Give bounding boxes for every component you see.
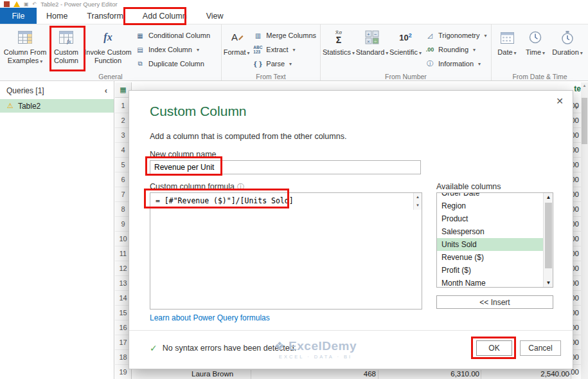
available-column-item[interactable]: Revenue ($): [437, 251, 543, 264]
watermark-name: ExcelDemy: [289, 339, 357, 353]
dropdown-caret: ▾: [247, 50, 250, 56]
grid-cell-units[interactable]: 468: [347, 370, 376, 378]
duplicate-column-button[interactable]: ⧉ Duplicate Column: [132, 57, 213, 70]
grid-cell-profit[interactable]: 2,540.00: [533, 370, 569, 378]
watermark-tagline: EXCEL · DATA · BI: [279, 354, 352, 360]
undo-icon[interactable]: ↶: [33, 1, 37, 7]
ribbon-group-general: Column From Examples▾ fx Custom Column f…: [0, 24, 222, 80]
invoke-custom-function-button[interactable]: fx Invoke Custom Function: [84, 26, 132, 72]
ribbon-group-from-number: X̄σΣ Statistics▾ +−×÷ Standard▾ 102 Scie…: [321, 24, 492, 80]
available-columns-items: Order DateRegionProductSalespersonUnits …: [437, 192, 553, 288]
custom-column-icon: fx: [58, 28, 74, 46]
scrollbar-thumb[interactable]: [582, 98, 587, 144]
available-column-item[interactable]: Order Date: [437, 192, 543, 199]
app-icon: [4, 1, 10, 7]
column-filter-icon[interactable]: ▼: [574, 105, 579, 111]
tab-transform[interactable]: Transform: [77, 8, 133, 24]
statistics-icon: X̄σΣ: [335, 28, 342, 46]
insert-button[interactable]: << Insert: [436, 295, 553, 309]
rounding-button[interactable]: .00 Rounding ▾: [422, 43, 489, 56]
general-small-buttons: ▦ Conditional Column ▤ Index Column ▾ ⧉ …: [132, 26, 213, 70]
scientific-icon: 102: [399, 28, 411, 46]
gridline: [571, 370, 571, 379]
scroll-up-icon[interactable]: ▲: [581, 82, 588, 89]
group-label-from-text: From Text: [223, 72, 319, 82]
information-icon: ⓘ: [425, 59, 435, 68]
grid-cell-salesperson[interactable]: Laura Brown: [192, 370, 233, 378]
scroll-up-icon[interactable]: ▲: [544, 194, 553, 200]
tab-view[interactable]: View: [197, 8, 233, 24]
information-button[interactable]: ⓘ Information ▾: [422, 57, 489, 70]
index-column-icon: ▤: [135, 46, 145, 53]
tab-add-column[interactable]: Add Column: [133, 8, 197, 24]
cancel-button[interactable]: Cancel: [520, 340, 561, 356]
merge-columns-button[interactable]: ▥ Merge Columns: [250, 29, 319, 42]
available-column-item[interactable]: Month Name: [437, 277, 543, 288]
svg-text:÷: ÷: [374, 39, 377, 44]
trigonometry-button[interactable]: ◿ Trigonometry ▾: [422, 29, 489, 42]
scroll-down-icon[interactable]: ▼: [544, 280, 553, 286]
formula-editor[interactable]: = [#"Revenue ($)"]/[Units Sold] ▲▼: [150, 192, 422, 310]
statistics-button[interactable]: X̄σΣ Statistics▾: [322, 26, 355, 72]
column-from-examples-button[interactable]: Column From Examples▾: [1, 26, 49, 72]
scientific-button[interactable]: 102 Scientific▾: [389, 26, 422, 72]
info-icon[interactable]: ⓘ: [237, 183, 244, 190]
tab-file[interactable]: File: [0, 8, 37, 24]
table-examples-icon: [17, 28, 33, 46]
parse-button[interactable]: ❴❵ Parse ▾: [250, 57, 319, 70]
abc-123-icon: ABC123: [253, 45, 263, 54]
svg-text:fx: fx: [67, 38, 71, 44]
ribbon: Column From Examples▾ fx Custom Column f…: [0, 24, 588, 81]
scrollbar-thumb[interactable]: [545, 203, 552, 268]
ok-button[interactable]: OK: [476, 340, 512, 356]
dropdown-caret: ▾: [473, 47, 476, 53]
standard-button[interactable]: +−×÷ Standard▾: [355, 26, 389, 72]
available-columns-list: Order DateRegionProductSalespersonUnits …: [436, 192, 553, 288]
formula-label: Custom column formulaⓘ: [150, 182, 244, 192]
extract-button[interactable]: ABC123 Extract ▾: [250, 43, 319, 56]
dropdown-caret: ▾: [289, 61, 292, 67]
grid-vertical-scrollbar[interactable]: ▲: [581, 82, 588, 379]
new-column-name-input[interactable]: [150, 160, 421, 174]
conditional-column-icon: ▦: [135, 32, 145, 39]
query-item-table2[interactable]: ⚠ Table2: [0, 99, 114, 113]
time-button[interactable]: Time▾: [521, 26, 549, 72]
format-button[interactable]: A Format▾: [223, 26, 250, 72]
grid-cell-revenue[interactable]: 6,310.00: [443, 370, 479, 378]
window-titlebar: ▣ ↶ Table2 - Power Query Editor: [0, 0, 588, 8]
window-title: Table2 - Power Query Editor: [40, 1, 117, 8]
check-icon: ✓: [150, 343, 157, 353]
collapse-pane-icon[interactable]: ‹: [105, 86, 107, 95]
dropdown-caret: ▾: [352, 50, 355, 56]
save-icon[interactable]: ▣: [24, 1, 29, 7]
custom-column-dialog: ✕ Custom Column Add a column that is com…: [129, 90, 573, 369]
close-icon[interactable]: ✕: [556, 96, 564, 106]
duration-button[interactable]: Duration▾: [549, 26, 585, 72]
group-label-from-datetime: From Date & Time: [493, 72, 587, 82]
standard-icon: +−×÷: [365, 28, 379, 46]
clock-icon: [528, 28, 542, 46]
dropdown-caret: ▾: [580, 50, 583, 56]
queries-pane: Queries [1] ‹ ⚠ Table2: [0, 81, 114, 379]
available-column-item[interactable]: Units Sold: [437, 238, 543, 251]
date-button[interactable]: Date▾: [493, 26, 521, 72]
dropdown-caret: ▾: [484, 33, 486, 39]
index-column-button[interactable]: ▤ Index Column ▾: [132, 43, 213, 56]
formula-scrollbar[interactable]: ▲▼: [413, 193, 422, 210]
from-number-small-buttons: ◿ Trigonometry ▾ .00 Rounding ▾ ⓘ Inform…: [422, 26, 489, 70]
dropdown-caret: ▾: [478, 61, 481, 67]
conditional-column-button[interactable]: ▦ Conditional Column: [132, 29, 213, 42]
list-scrollbar[interactable]: ▲ ▼: [543, 193, 553, 287]
available-column-item[interactable]: Product: [437, 212, 543, 225]
from-text-small-buttons: ▥ Merge Columns ABC123 Extract ▾ ❴❵ Pars…: [250, 26, 319, 70]
tab-home[interactable]: Home: [37, 8, 77, 24]
new-column-name-label: New column name: [150, 150, 217, 159]
learn-formulas-link[interactable]: Learn about Power Query formulas: [150, 313, 270, 322]
svg-text:−: −: [374, 32, 377, 37]
query-warning-icon: ⚠: [7, 102, 13, 110]
dropdown-caret: ▾: [514, 50, 517, 56]
available-column-item[interactable]: Profit ($): [437, 264, 543, 277]
custom-column-button[interactable]: fx Custom Column: [49, 26, 84, 72]
available-column-item[interactable]: Salesperson: [437, 225, 543, 238]
available-column-item[interactable]: Region: [437, 199, 543, 212]
